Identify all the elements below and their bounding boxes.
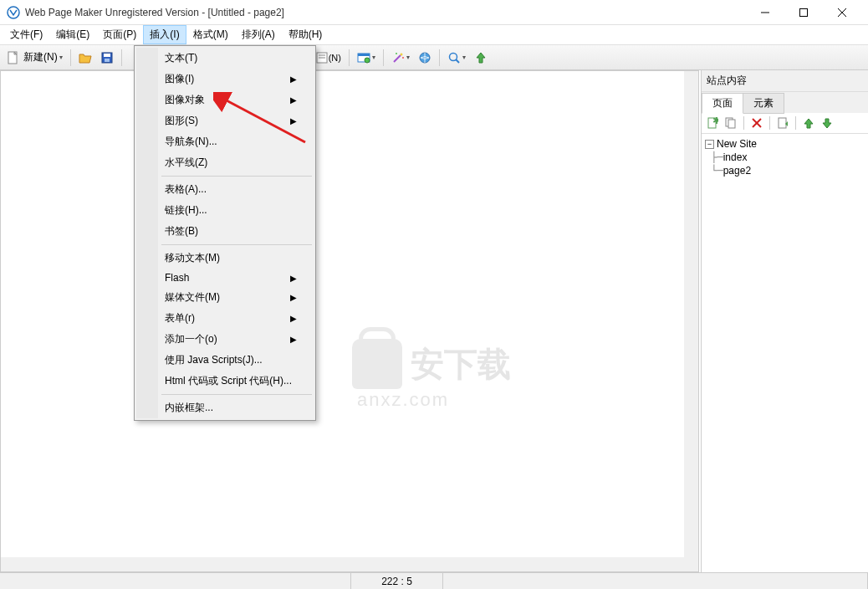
vertical-scrollbar[interactable] xyxy=(684,71,698,557)
properties-button[interactable]: (N) xyxy=(312,48,345,68)
canvas-area[interactable]: 安下载 anxz.com xyxy=(0,70,699,572)
dd-table[interactable]: 表格(A)... xyxy=(136,179,314,200)
save-button[interactable] xyxy=(97,48,117,68)
submenu-arrow-icon: ▶ xyxy=(290,274,297,283)
svg-rect-29 xyxy=(779,118,786,128)
tree-item-page2[interactable]: └─ page2 xyxy=(705,164,865,177)
status-coords: 222 : 5 xyxy=(351,573,443,589)
svg-point-16 xyxy=(400,53,402,55)
svg-point-17 xyxy=(396,53,397,54)
submenu-arrow-icon: ▶ xyxy=(290,335,297,344)
maximize-button[interactable] xyxy=(784,0,823,25)
open-button[interactable] xyxy=(75,48,95,68)
svg-text:✱: ✱ xyxy=(712,117,718,126)
main-area: 安下载 anxz.com 站点内容 页面 元素 ✱ − New Si xyxy=(0,70,868,572)
insert-dropdown: 文本(T) 图像(I)▶ 图像对象▶ 图形(S)▶ 导航条(N)... 水平线(… xyxy=(134,45,316,421)
minimize-button[interactable] xyxy=(746,0,784,25)
menu-file[interactable]: 文件(F) xyxy=(3,25,49,44)
new-page-icon[interactable]: ✱ xyxy=(705,115,720,131)
svg-point-0 xyxy=(8,7,19,18)
submenu-arrow-icon: ▶ xyxy=(290,95,297,105)
svg-rect-26 xyxy=(728,120,735,128)
chevron-down-icon: ▾ xyxy=(406,54,410,61)
dd-navbar[interactable]: 导航条(N)... xyxy=(136,131,314,152)
dd-text[interactable]: 文本(T) xyxy=(136,48,314,69)
sidebar-toolbar: ✱ xyxy=(702,113,868,134)
menubar: 文件(F) 编辑(E) 页面(P) 插入(I) 格式(M) 排列(A) 帮助(H… xyxy=(0,25,868,45)
new-button[interactable]: 新建(N) ▾ xyxy=(3,48,66,68)
dd-media[interactable]: 媒体文件(M)▶ xyxy=(136,287,314,308)
horizontal-scrollbar[interactable] xyxy=(1,557,684,571)
menu-edit[interactable]: 编辑(E) xyxy=(49,25,96,44)
tab-element[interactable]: 元素 xyxy=(743,93,784,114)
svg-rect-13 xyxy=(358,54,370,56)
dd-js[interactable]: 使用 Java Scripts(J)... xyxy=(136,350,314,371)
dd-link[interactable]: 链接(H)... xyxy=(136,200,314,221)
svg-point-14 xyxy=(365,58,370,63)
toolbar: 新建(N) ▾ (N) ▾ ▾ ▾ xyxy=(0,45,868,70)
submenu-arrow-icon: ▶ xyxy=(290,314,297,323)
zoom-button[interactable]: ▾ xyxy=(444,48,469,68)
preview-button[interactable]: ▾ xyxy=(354,48,379,68)
delete-icon[interactable] xyxy=(749,115,764,131)
dd-addone[interactable]: 添加一个(o)▶ xyxy=(136,329,314,350)
down-arrow-icon[interactable] xyxy=(819,115,835,131)
menu-arrange[interactable]: 排列(A) xyxy=(235,25,282,44)
statusbar: 222 : 5 xyxy=(0,572,868,589)
dd-form[interactable]: 表单(r)▶ xyxy=(136,308,314,329)
svg-rect-7 xyxy=(104,54,110,57)
dd-image[interactable]: 图像(I)▶ xyxy=(136,69,314,90)
submenu-arrow-icon: ▶ xyxy=(290,74,297,84)
publish-button[interactable] xyxy=(415,48,435,68)
submenu-arrow-icon: ▶ xyxy=(290,293,297,302)
dd-image-obj[interactable]: 图像对象▶ xyxy=(136,90,314,110)
menu-help[interactable]: 帮助(H) xyxy=(282,25,329,44)
window-title: Web Page Maker Unregistered Version - [U… xyxy=(25,7,746,18)
chevron-down-icon: ▾ xyxy=(372,54,375,61)
scroll-corner xyxy=(684,557,698,571)
up-arrow-icon[interactable] xyxy=(801,115,816,131)
dd-marquee[interactable]: 移动文本(M) xyxy=(136,248,314,269)
collapse-icon[interactable]: − xyxy=(705,140,714,149)
dd-html[interactable]: Html 代码或 Script 代码(H)... xyxy=(136,371,314,392)
submenu-arrow-icon: ▶ xyxy=(290,116,297,125)
svg-rect-8 xyxy=(105,59,110,62)
app-icon xyxy=(7,6,20,19)
svg-line-15 xyxy=(394,55,401,62)
svg-line-22 xyxy=(456,59,459,63)
dd-hr[interactable]: 水平线(Z) xyxy=(136,152,314,173)
copy-page-icon[interactable] xyxy=(723,115,738,131)
site-tree: − New Site ├─ index └─ page2 xyxy=(702,134,868,572)
chevron-down-icon: ▾ xyxy=(462,54,466,61)
titlebar: Web Page Maker Unregistered Version - [U… xyxy=(0,0,868,25)
sidebar-tabs: 页面 元素 xyxy=(702,92,868,113)
menu-insert[interactable]: 插入(I) xyxy=(143,25,186,44)
svg-rect-2 xyxy=(800,8,808,16)
new-button-label: 新建(N) xyxy=(23,50,58,64)
dd-bookmark[interactable]: 书签(B) xyxy=(136,221,314,242)
menu-page[interactable]: 页面(P) xyxy=(96,25,143,44)
svg-point-18 xyxy=(402,57,404,59)
sidebar: 站点内容 页面 元素 ✱ − New Site ├─ index xyxy=(701,70,868,572)
menu-format[interactable]: 格式(M) xyxy=(186,25,235,44)
chevron-down-icon: ▾ xyxy=(59,54,63,61)
tab-page[interactable]: 页面 xyxy=(702,93,743,114)
wand-button[interactable]: ▾ xyxy=(388,48,413,68)
refresh-icon[interactable] xyxy=(775,115,790,131)
dd-flash[interactable]: Flash▶ xyxy=(136,269,314,287)
dd-iframe[interactable]: 内嵌框架... xyxy=(136,397,314,418)
tree-root[interactable]: − New Site xyxy=(705,137,865,151)
close-button[interactable] xyxy=(823,0,861,25)
upload-button[interactable] xyxy=(471,48,491,68)
tree-item-index[interactable]: ├─ index xyxy=(705,151,865,164)
watermark: 安下载 anxz.com xyxy=(352,339,511,411)
status-msg xyxy=(0,573,351,589)
sidebar-title: 站点内容 xyxy=(702,70,868,92)
dd-shape[interactable]: 图形(S)▶ xyxy=(136,110,314,131)
